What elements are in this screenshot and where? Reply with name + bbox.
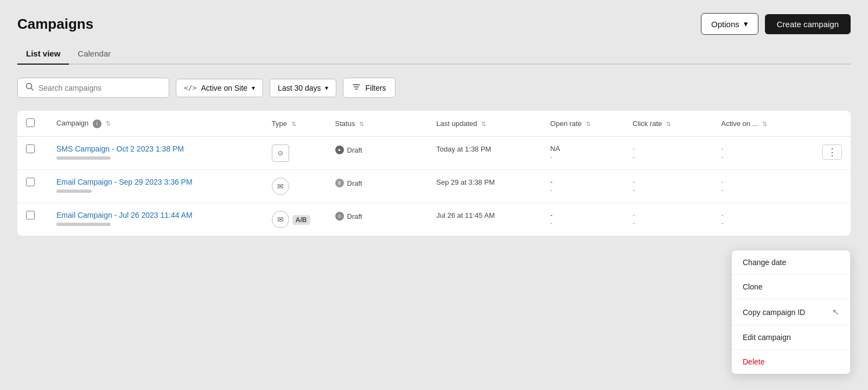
- campaigns-table: Campaign i ⇅ Type ⇅ Status ⇅ Last update…: [17, 111, 851, 236]
- click-rate-main: -: [633, 144, 704, 153]
- options-button[interactable]: Options ▾: [701, 13, 758, 35]
- campaign-name-link[interactable]: Email Campaign - Jul 26 2023 11:44 AM: [56, 211, 254, 219]
- col-header-active-on[interactable]: Active on ... ⇅: [712, 111, 807, 137]
- table-body: SMS Campaign - Oct 2 2023 1:38 PM⊙●Draft…: [17, 137, 851, 236]
- row-2-type-cell: ✉: [263, 170, 327, 203]
- site-filter-label: Active on Site: [201, 84, 247, 92]
- sort-icon[interactable]: ⇅: [106, 120, 111, 127]
- click-rate-sub: -: [633, 186, 704, 194]
- active-on-sub: -: [721, 219, 799, 227]
- row-3-checkbox[interactable]: [26, 211, 35, 219]
- date-filter-dropdown[interactable]: Last 30 days ▾: [270, 79, 336, 97]
- active-on-sub: -: [721, 153, 799, 161]
- active-on-sub: -: [721, 186, 799, 194]
- page-container: Campaigns Options ▾ Create campaign List…: [0, 0, 868, 390]
- sort-icon: ⇅: [762, 121, 767, 127]
- search-box: [17, 78, 169, 98]
- campaign-sub-bar: [56, 223, 111, 226]
- row-2-click-rate-cell: --: [624, 170, 712, 203]
- campaign-sub-bar: [56, 190, 92, 193]
- last-updated-value: Sep 29 at 3:38 PM: [436, 178, 495, 186]
- more-actions-button[interactable]: ⋮: [822, 144, 842, 160]
- row-1-actions-cell: ⋮: [808, 137, 851, 170]
- row-1-campaign-name-cell: SMS Campaign - Oct 2 2023 1:38 PM: [48, 137, 263, 170]
- row-3-checkbox-cell: [17, 203, 48, 236]
- sort-icon: ⇅: [291, 121, 296, 127]
- toolbar: </> Active on Site ▾ Last 30 days ▾ Filt…: [17, 78, 851, 98]
- email-type-icon: ✉: [272, 211, 289, 228]
- create-campaign-button[interactable]: Create campaign: [765, 14, 851, 34]
- last-updated-value: Today at 1:38 PM: [436, 145, 491, 153]
- row-2-last-updated-cell: Sep 29 at 3:38 PM: [427, 170, 541, 203]
- sort-icon: ⇅: [481, 121, 486, 127]
- status-badge: ●Draft: [335, 146, 362, 154]
- open-rate-sub: -: [550, 153, 615, 161]
- active-on-main: -: [721, 144, 799, 153]
- row-3-active-on-cell: --: [712, 203, 807, 236]
- col-header-status[interactable]: Status ⇅: [327, 111, 428, 137]
- campaigns-table-container: Campaign i ⇅ Type ⇅ Status ⇅ Last update…: [17, 111, 851, 236]
- status-dot: ●: [335, 146, 344, 154]
- row-1-status-cell: ●Draft: [327, 137, 428, 170]
- row-1-open-rate-cell: NA-: [541, 137, 624, 170]
- context-menu: Change date Clone Copy campaign ID ↖ Edi…: [731, 250, 851, 374]
- click-rate-sub: -: [633, 219, 704, 227]
- open-rate-sub: -: [550, 219, 615, 227]
- code-icon: </>: [184, 84, 196, 92]
- search-input[interactable]: [39, 84, 161, 92]
- col-header-type[interactable]: Type ⇅: [263, 111, 327, 137]
- select-all-checkbox[interactable]: [26, 118, 35, 127]
- row-3-status-cell: ⊙Draft: [327, 203, 428, 236]
- status-dot: ⏸: [335, 179, 344, 187]
- filters-button[interactable]: Filters: [343, 78, 395, 98]
- filters-label: Filters: [365, 84, 386, 92]
- chevron-down-icon: ▾: [744, 19, 748, 29]
- col-header-open-rate[interactable]: Open rate ⇅: [541, 111, 624, 137]
- campaign-sub-bar: [56, 156, 111, 160]
- row-2-checkbox[interactable]: [26, 178, 35, 186]
- menu-item-delete[interactable]: Delete: [732, 350, 850, 374]
- row-3-campaign-name-cell: Email Campaign - Jul 26 2023 11:44 AM: [48, 203, 263, 236]
- sort-icon: ⇅: [359, 121, 364, 127]
- click-rate-main: -: [633, 178, 704, 186]
- row-1-click-rate-cell: --: [624, 137, 712, 170]
- chevron-down-icon: ▾: [252, 84, 255, 92]
- options-label: Options: [711, 20, 739, 29]
- page-header: Campaigns Options ▾ Create campaign: [17, 13, 851, 35]
- site-filter-dropdown[interactable]: </> Active on Site ▾: [176, 79, 263, 97]
- last-updated-value: Jul 26 at 11:45 AM: [436, 211, 495, 219]
- row-2-active-on-cell: --: [712, 170, 807, 203]
- table-row: Email Campaign - Jul 26 2023 11:44 AM✉A/…: [17, 203, 851, 236]
- row-3-type-cell: ✉A/B: [263, 203, 327, 236]
- menu-item-change-date[interactable]: Change date: [732, 250, 850, 275]
- email-type-icon: ✉: [272, 178, 289, 195]
- menu-item-clone[interactable]: Clone: [732, 275, 850, 299]
- campaign-name-link[interactable]: SMS Campaign - Oct 2 2023 1:38 PM: [56, 144, 254, 153]
- tab-calendar[interactable]: Calendar: [69, 43, 119, 65]
- col-header-last-updated[interactable]: Last updated ⇅: [427, 111, 541, 137]
- tab-list-view[interactable]: List view: [17, 43, 69, 65]
- row-1-checkbox[interactable]: [26, 144, 35, 153]
- open-rate-sub: -: [550, 186, 615, 194]
- status-badge: ⏸Draft: [335, 179, 362, 187]
- sort-icon: ⇅: [666, 121, 671, 127]
- row-1-type-cell: ⊙: [263, 137, 327, 170]
- search-icon: [25, 83, 34, 93]
- row-3-open-rate-cell: --: [541, 203, 624, 236]
- active-on-main: -: [721, 211, 799, 219]
- active-on-main: -: [721, 178, 799, 186]
- row-1-last-updated-cell: Today at 1:38 PM: [427, 137, 541, 170]
- menu-item-copy-campaign-id[interactable]: Copy campaign ID ↖: [732, 299, 850, 325]
- open-rate-main: NA: [550, 144, 615, 153]
- date-filter-label: Last 30 days: [278, 84, 321, 92]
- open-rate-main: -: [550, 211, 615, 219]
- menu-item-edit-campaign[interactable]: Edit campaign: [732, 325, 850, 350]
- svg-line-1: [31, 89, 34, 91]
- row-2-status-cell: ⏸Draft: [327, 170, 428, 203]
- campaign-name-link[interactable]: Email Campaign - Sep 29 2023 3:36 PM: [56, 178, 254, 186]
- sort-icon: ⇅: [586, 121, 591, 127]
- col-header-click-rate[interactable]: Click rate ⇅: [624, 111, 712, 137]
- row-1-checkbox-cell: [17, 137, 48, 170]
- col-header-campaign: Campaign i ⇅: [48, 111, 263, 137]
- info-icon: i: [93, 119, 101, 128]
